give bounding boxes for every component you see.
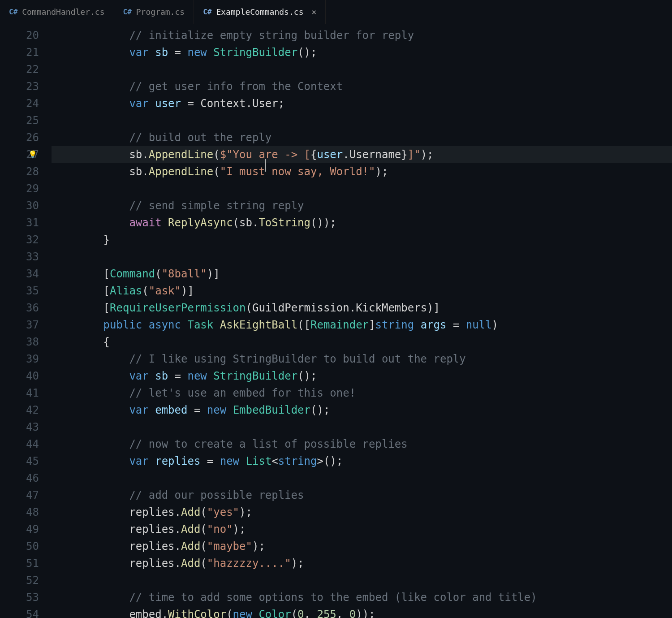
code-token: )); — [356, 608, 375, 618]
code-line[interactable]: [Command("8ball")] — [52, 265, 672, 282]
code-token: . — [175, 523, 181, 536]
code-token — [149, 370, 155, 382]
code-token: ); — [375, 165, 388, 178]
code-token: Add — [181, 557, 200, 570]
code-token: KickMembers — [356, 302, 427, 314]
code-token: $"You a — [220, 148, 265, 161]
line-number: 21 — [0, 44, 39, 61]
line-number: 31 — [0, 214, 39, 231]
code-token — [52, 131, 129, 144]
editor-tab-2[interactable]: C#ExampleCommands.cs× — [194, 0, 326, 24]
code-token: . — [162, 608, 168, 618]
code-line[interactable]: // now to create a list of possible repl… — [52, 436, 672, 453]
code-line[interactable]: // send simple string reply — [52, 197, 672, 214]
code-line[interactable]: replies.Add("hazzzzy...."); — [52, 555, 672, 572]
code-line[interactable]: } — [52, 231, 672, 248]
code-line[interactable] — [52, 470, 672, 487]
lightbulb-icon[interactable]: 💡 — [28, 146, 37, 163]
code-token: ( — [200, 557, 207, 570]
code-token: ; — [278, 97, 284, 110]
code-token — [226, 404, 233, 416]
code-token: ( — [142, 285, 148, 297]
code-line[interactable]: // build out the reply — [52, 129, 672, 146]
code-line[interactable] — [52, 180, 672, 197]
code-token — [149, 455, 155, 467]
code-token: ( — [213, 148, 220, 161]
code-token: ( — [246, 302, 252, 314]
code-token: [ — [52, 268, 110, 280]
code-line[interactable] — [52, 61, 672, 78]
code-token: )] — [207, 268, 220, 280]
code-line[interactable]: // initialize empty string builder for r… — [52, 27, 672, 44]
code-line[interactable]: embed.WithColor(new Color(0, 255, 0)); — [52, 606, 672, 618]
code-line[interactable]: // I like using StringBuilder to build o… — [52, 350, 672, 367]
line-number: 52 — [0, 572, 39, 589]
code-line[interactable]: // add our possible replies — [52, 487, 672, 504]
code-token: args — [421, 319, 447, 331]
code-line[interactable]: sb.AppendLine("I must now say, World!"); — [52, 163, 672, 180]
tab-label: Program.cs — [136, 7, 185, 17]
code-line[interactable] — [52, 419, 672, 436]
code-line[interactable]: replies.Add("yes"); — [52, 504, 672, 521]
editor-tab-0[interactable]: C#CommandHandler.cs — [0, 0, 114, 24]
code-token: Remainder — [310, 319, 369, 331]
code-token — [149, 404, 155, 416]
code-line[interactable]: var user = Context.User; — [52, 95, 672, 112]
code-token: string — [375, 319, 414, 331]
code-token — [52, 165, 129, 178]
code-line[interactable]: // get user info from the Context — [52, 78, 672, 95]
code-token: ( — [200, 540, 207, 553]
code-line[interactable]: var sb = new StringBuilder(); — [52, 367, 672, 385]
code-content[interactable]: // initialize empty string builder for r… — [52, 24, 672, 618]
code-token: RequireUserPermission — [110, 302, 246, 314]
line-number: 54 — [0, 606, 39, 618]
line-number: 34 — [0, 265, 39, 282]
code-token: embed — [129, 608, 161, 618]
code-token: Add — [181, 523, 200, 536]
code-token: public — [103, 319, 142, 331]
code-token: )] — [427, 302, 440, 314]
code-token: // now to create a list of possible repl… — [129, 438, 407, 450]
code-token: "maybe" — [207, 540, 252, 553]
line-number: 24 — [0, 95, 39, 112]
code-token: replies — [129, 506, 174, 519]
code-token — [414, 319, 420, 331]
line-number: 39 — [0, 350, 39, 367]
code-token: List — [246, 455, 272, 467]
editor-tab-1[interactable]: C#Program.cs — [114, 0, 194, 24]
code-token: = — [168, 46, 187, 59]
code-line[interactable]: replies.Add("maybe"); — [52, 538, 672, 555]
line-number: 26 — [0, 129, 39, 146]
code-line[interactable]: public async Task AskEightBall([Remainde… — [52, 316, 672, 333]
code-line[interactable] — [52, 572, 672, 589]
code-line[interactable]: replies.Add("no"); — [52, 521, 672, 538]
code-line[interactable]: var embed = new EmbedBuilder(); — [52, 402, 672, 419]
code-line[interactable]: await ReplyAsync(sb.ToString()); — [52, 214, 672, 231]
code-token: , — [304, 608, 317, 618]
code-token: ); — [291, 557, 304, 570]
code-token: var — [129, 455, 148, 467]
code-line[interactable]: var sb = new StringBuilder(); — [52, 44, 672, 61]
code-line[interactable] — [52, 112, 672, 129]
code-token: ); — [233, 523, 246, 536]
line-number: 25 — [0, 112, 39, 129]
code-token: 0 — [349, 608, 356, 618]
code-token: AskEightBall — [220, 319, 297, 331]
code-token — [52, 540, 129, 553]
close-tab-icon[interactable]: × — [311, 7, 316, 17]
code-line[interactable]: // let's use an embed for this one! — [52, 385, 672, 402]
code-line[interactable]: sb.AppendLine($"You are -> [{user.Userna… — [52, 146, 672, 163]
code-token — [52, 353, 129, 365]
code-line[interactable]: [RequireUserPermission(GuildPermission.K… — [52, 299, 672, 316]
code-line[interactable]: [Alias("ask")] — [52, 282, 672, 299]
code-token: = — [181, 97, 200, 110]
code-token — [52, 370, 129, 382]
code-token: ReplyAsync — [168, 216, 233, 229]
code-line[interactable]: var replies = new List<string>(); — [52, 453, 672, 470]
code-line[interactable] — [52, 248, 672, 265]
code-line[interactable]: // time to add some options to the embed… — [52, 589, 672, 606]
line-number: 37 — [0, 316, 39, 333]
code-line[interactable]: { — [52, 333, 672, 350]
line-number: 47 — [0, 487, 39, 504]
code-token: ( — [155, 268, 161, 280]
